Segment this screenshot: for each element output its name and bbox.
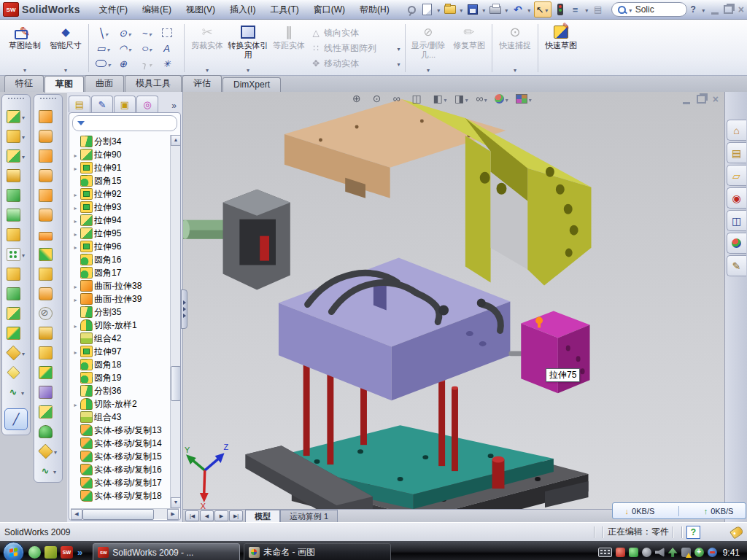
- previous-view-icon[interactable]: ∞: [392, 93, 405, 104]
- revolve-boss-icon[interactable]: [7, 130, 26, 143]
- tree-item[interactable]: 拉伸95: [72, 227, 180, 240]
- tree-item[interactable]: 切除-放样1: [72, 319, 180, 332]
- menu-item[interactable]: 文件(F): [92, 1, 135, 18]
- trim-entities-button[interactable]: ✂ 剪裁实体: [187, 21, 228, 75]
- zoom-area-icon[interactable]: ⊙: [373, 93, 387, 104]
- command-tab[interactable]: 曲面: [85, 75, 124, 92]
- tree-item[interactable]: 圆角16: [72, 253, 180, 266]
- tree-item[interactable]: 拉伸91: [72, 161, 180, 174]
- tree-filter-box[interactable]: [72, 115, 177, 131]
- menu-item[interactable]: 帮助(H): [352, 1, 397, 18]
- undo-icon[interactable]: ↶: [511, 3, 525, 16]
- tree-item[interactable]: 实体-移动/复制13: [72, 424, 180, 437]
- delete-body-icon[interactable]: [7, 346, 26, 359]
- extend-surface-icon[interactable]: [39, 366, 58, 379]
- command-tab[interactable]: 模具工具: [125, 75, 182, 92]
- point-icon[interactable]: ✳: [158, 56, 180, 71]
- combine-icon[interactable]: [7, 307, 26, 320]
- tree-item[interactable]: 实体-移动/复制15: [72, 450, 180, 463]
- tree-item[interactable]: 圆角19: [72, 371, 180, 384]
- body-move-icon[interactable]: [7, 327, 26, 340]
- search-input[interactable]: Solic: [635, 4, 654, 15]
- network-warning-tray-icon[interactable]: [681, 548, 691, 557]
- propertymanager-tab[interactable]: ✎: [91, 96, 113, 112]
- draft-icon[interactable]: [7, 209, 26, 222]
- select-tool-button[interactable]: ↖: [534, 1, 551, 18]
- move-entities[interactable]: ✥ 移动实体: [309, 57, 403, 71]
- tree-item[interactable]: 分割35: [72, 306, 180, 319]
- help-button[interactable]: ?: [690, 4, 695, 15]
- extrude-boss-icon[interactable]: [7, 110, 26, 123]
- doc-restore-button[interactable]: [697, 95, 706, 104]
- taskbar-window-button[interactable]: SW SolidWorks 2009 - ...: [93, 543, 240, 560]
- print-icon[interactable]: [489, 3, 502, 16]
- scroll-right-icon[interactable]: ▶: [167, 509, 179, 520]
- update-tray-icon[interactable]: [642, 548, 651, 557]
- tree-horizontal-scrollbar[interactable]: ◀ ▶: [71, 508, 179, 519]
- circle-icon[interactable]: ⊙: [115, 26, 136, 41]
- expand-arrow-icon[interactable]: [72, 228, 79, 238]
- tree-item[interactable]: 曲面-拉伸39: [72, 292, 180, 306]
- solidworks-quicklaunch-icon[interactable]: SW: [61, 546, 73, 559]
- file-properties-icon[interactable]: ▤: [592, 3, 605, 16]
- elbow-surface-icon[interactable]: [39, 287, 58, 300]
- tree-item[interactable]: 圆角17: [72, 266, 180, 279]
- expand-arrow-icon[interactable]: [72, 320, 79, 330]
- hide-show-icon[interactable]: ∞: [476, 93, 488, 104]
- pattern-icon[interactable]: [7, 248, 26, 261]
- split-icon[interactable]: [7, 287, 26, 300]
- restore-button[interactable]: [724, 5, 733, 14]
- curve-tool-icon[interactable]: [39, 464, 58, 478]
- appearances-tab[interactable]: [727, 233, 746, 254]
- linear-sketch-pattern[interactable]: ∷ 线性草图阵列: [309, 42, 403, 55]
- pin-icon[interactable]: [406, 3, 419, 16]
- command-tab[interactable]: DimXpert: [222, 77, 281, 92]
- tree-item[interactable]: 分割34: [72, 135, 180, 148]
- slot-icon[interactable]: ▭: [93, 56, 115, 71]
- smart-dimension-button[interactable]: ◆ 智能尺寸: [45, 21, 86, 75]
- dimxpertmanager-tab[interactable]: ◎: [136, 96, 158, 112]
- boundary-surface-icon[interactable]: [39, 189, 58, 202]
- tree-item[interactable]: 实体-移动/复制17: [72, 476, 180, 489]
- offset-surface-icon[interactable]: [39, 209, 58, 222]
- keyboard-layout-icon[interactable]: [598, 548, 612, 557]
- command-tab[interactable]: 特征: [4, 75, 44, 92]
- tree-item[interactable]: 曲面-拉伸38: [72, 279, 180, 292]
- view-orientation-icon[interactable]: ◧: [433, 93, 448, 104]
- open-file-icon[interactable]: [444, 3, 457, 16]
- mirror-entities[interactable]: △ 镜向实体: [309, 26, 403, 40]
- expand-arrow-icon[interactable]: [72, 215, 79, 225]
- arc-surface-icon[interactable]: [39, 130, 58, 143]
- messenger-quicklaunch-icon[interactable]: [28, 546, 41, 559]
- expand-arrow-icon[interactable]: [72, 346, 79, 357]
- model-tab[interactable]: 模型: [245, 510, 280, 522]
- tree-item[interactable]: 切除-放样2: [72, 397, 180, 411]
- sketch-fillet-icon[interactable]: ╮: [136, 56, 158, 71]
- delete-face-icon[interactable]: [39, 307, 58, 320]
- status-help-button[interactable]: ?: [686, 526, 700, 539]
- tab-nav-button[interactable]: |◀: [185, 510, 199, 521]
- untrim-surface-icon[interactable]: [39, 386, 58, 399]
- instant3d-button[interactable]: ╱: [4, 408, 28, 430]
- search-tab[interactable]: [727, 187, 746, 209]
- delete-hole-icon[interactable]: [39, 445, 58, 458]
- rapid-sketch-button[interactable]: 快速草图: [541, 21, 581, 75]
- menu-item[interactable]: 窗口(W): [306, 1, 352, 18]
- panel-overflow-chevron[interactable]: »: [167, 101, 181, 112]
- scroll-thumb[interactable]: [82, 509, 154, 520]
- upload-tray-icon[interactable]: [668, 548, 678, 557]
- tag-icon[interactable]: [729, 525, 744, 539]
- convert-entities-button[interactable]: 转换实体引用: [228, 21, 268, 75]
- security-tray-icon[interactable]: [629, 548, 638, 557]
- scroll-thumb[interactable]: [171, 366, 180, 401]
- text-icon[interactable]: A: [158, 41, 180, 56]
- toolbar-grip[interactable]: [40, 98, 56, 102]
- tree-item[interactable]: 实体-移动/复制16: [72, 463, 180, 476]
- tree-item[interactable]: 组合42: [72, 332, 180, 345]
- hole-wizard-icon[interactable]: [7, 228, 26, 241]
- tree-item[interactable]: 拉伸96: [72, 240, 180, 253]
- sketch-draw-button[interactable]: ✎ 草图绘制: [4, 21, 45, 75]
- sweep-surface-icon[interactable]: [39, 149, 58, 163]
- section-view-icon[interactable]: ◫: [411, 93, 426, 104]
- revolve-surface-icon[interactable]: [39, 110, 58, 123]
